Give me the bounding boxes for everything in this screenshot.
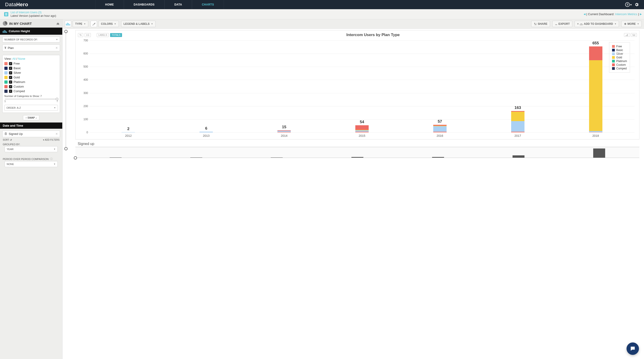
subchart-column[interactable] <box>156 147 237 158</box>
subchart-column[interactable] <box>76 147 156 158</box>
checkbox-checked-icon[interactable]: ✓ <box>9 85 12 88</box>
subchart-column[interactable] <box>317 147 398 158</box>
nav-charts[interactable]: CHARTS <box>192 0 224 9</box>
percent-toggle[interactable]: % <box>78 33 83 37</box>
category-slider[interactable] <box>5 99 58 99</box>
subchart-column[interactable] <box>559 147 640 158</box>
remove-pill-button[interactable]: ✕ <box>56 46 58 50</box>
plan-filter-item[interactable]: ✓Platinum <box>4 80 58 84</box>
bar-segment[interactable] <box>355 132 369 132</box>
nav-home[interactable]: HOME <box>96 0 124 9</box>
swap-button[interactable]: ↑ SWAP ↓ <box>23 115 39 120</box>
plan-filter-item[interactable]: ✓Silver <box>4 71 58 74</box>
export-button[interactable]: EXPORT <box>552 21 572 27</box>
help-button[interactable]: ? ▾ <box>625 1 632 8</box>
plan-pill-label: Plan <box>8 46 14 50</box>
share-button[interactable]: SHARE <box>531 21 550 27</box>
current-dashboard-link[interactable]: Intercom Metrics <box>615 12 637 16</box>
signed-up-pill[interactable]: 🗓 Signed Up ✕ <box>2 130 60 137</box>
bar-column[interactable]: 6552018 <box>557 40 634 132</box>
sort-button[interactable]: SORT: ⇵ <box>3 138 12 141</box>
add-filters-button[interactable]: ▾ ADD FILTERS <box>43 138 60 141</box>
y-tick-label: 400 <box>80 78 88 81</box>
bar-segment[interactable] <box>433 132 446 132</box>
bar-segment[interactable] <box>511 121 524 132</box>
subchart-column[interactable] <box>478 147 559 158</box>
sort-desc-button[interactable] <box>631 33 637 37</box>
chart-plot[interactable]: FreeBasicSilverGoldPlatinumCustomComped … <box>90 40 634 132</box>
plan-filter-item[interactable]: ✓Comped <box>4 90 58 93</box>
bar-segment[interactable] <box>355 125 369 130</box>
subchart-column[interactable] <box>398 147 478 158</box>
prev-dashboard-button[interactable]: ◀ <box>584 13 586 16</box>
order-select[interactable]: ORDER: A-Z ▼ <box>4 105 58 111</box>
plan-filter-item[interactable]: ✓Basic <box>4 66 58 70</box>
bar-column[interactable]: 542015 <box>323 40 401 132</box>
bar-column[interactable]: 22012 <box>90 40 167 132</box>
settings-button[interactable] <box>633 1 640 8</box>
grouped-by-select[interactable]: YEAR ▼ <box>4 146 58 152</box>
help-tip-icon[interactable]: ⓘ <box>50 157 53 161</box>
bar-segment[interactable] <box>433 126 446 132</box>
checkbox-checked-icon[interactable]: ✓ <box>9 67 12 70</box>
plan-filter-item[interactable]: ✓Free <box>4 62 58 65</box>
bar-segment[interactable] <box>589 60 602 131</box>
more-button[interactable]: MORE ▼ <box>621 21 642 27</box>
type-icon-box[interactable] <box>65 21 71 27</box>
slider-thumb[interactable] <box>56 98 58 100</box>
dashboard-switcher: ◀ | Current Dashboard: Intercom Metrics … <box>584 12 642 16</box>
colors-icon-box[interactable] <box>90 21 97 27</box>
bar-segment[interactable] <box>278 132 291 132</box>
checkbox-checked-icon[interactable]: ✓ <box>9 80 12 84</box>
y-range-rail[interactable] <box>66 32 66 149</box>
bar-segment[interactable] <box>200 132 213 132</box>
labels-toggle[interactable]: LABELS <box>97 33 109 37</box>
bar-segment[interactable] <box>589 132 602 132</box>
bar-segment[interactable] <box>122 132 135 132</box>
current-dashboard-label: Current Dashboard: <box>588 12 614 16</box>
nav-dashboards[interactable]: DASHBOARDS <box>124 0 164 9</box>
view-none-link[interactable]: None <box>18 57 25 60</box>
remove-signed-up-button[interactable]: ✕ <box>56 132 58 136</box>
checkbox-checked-icon[interactable]: ✓ <box>9 71 12 74</box>
bar-column[interactable]: 1632017 <box>479 40 557 132</box>
brand-logo[interactable]: DataHero <box>0 2 33 8</box>
next-dashboard-button[interactable]: ▶ <box>640 13 642 16</box>
bar-column[interactable]: 62013 <box>167 40 245 132</box>
checkbox-checked-icon[interactable]: ✓ <box>9 90 12 93</box>
bar-segment[interactable] <box>511 132 524 132</box>
plan-filter-item[interactable]: ✓Gold <box>4 76 58 79</box>
plan-filter-item[interactable]: ✓Custom <box>4 85 58 88</box>
checkbox-checked-icon[interactable]: ✓ <box>9 76 12 79</box>
bar-column[interactable]: 572016 <box>401 40 479 132</box>
collapse-sidebar-button[interactable] <box>56 22 60 25</box>
download-icon <box>555 22 558 25</box>
y-range-top-knob[interactable] <box>64 30 68 33</box>
bar-segment[interactable] <box>511 112 524 121</box>
bar-segment[interactable] <box>589 46 602 60</box>
colors-dropdown[interactable]: COLORS▼ <box>98 21 118 27</box>
plan-attribute-pill[interactable]: T Plan ✕ <box>2 44 60 51</box>
add-to-dashboard-button[interactable]: + ADD TO DASHBOARD ▼ <box>574 21 619 27</box>
dataset-link[interactable]: List of Intercom Users (3) <box>10 11 56 14</box>
bar-column[interactable]: 152014 <box>245 40 323 132</box>
pop-select[interactable]: NONE ▼ <box>4 161 58 162</box>
nav-data[interactable]: DATA <box>164 0 192 9</box>
type-dropdown[interactable]: TYPE▼ <box>73 21 88 27</box>
y-range-bottom-knob[interactable] <box>64 147 68 150</box>
subchart-column[interactable] <box>236 147 317 158</box>
lg-toggle[interactable]: LG <box>84 33 91 37</box>
totals-toggle[interactable]: TOTALS <box>110 33 122 37</box>
subchart[interactable] <box>76 147 640 158</box>
sort-asc-button[interactable] <box>624 33 630 37</box>
checkbox-checked-icon[interactable]: ✓ <box>9 62 12 65</box>
number-of-records-select[interactable]: NUMBER OF RECORDS OF: ▼ <box>2 36 60 42</box>
subchart-knob[interactable] <box>74 156 77 160</box>
chevron-down-icon: ▼ <box>637 23 639 25</box>
view-all-link[interactable]: All <box>12 57 16 60</box>
grouped-by-label: GROUPED BY: <box>0 142 62 146</box>
subchart-bar <box>271 158 283 158</box>
x-tick-label: 2017 <box>479 134 557 138</box>
bar-total-label: 2 <box>90 127 167 131</box>
legend-labels-dropdown[interactable]: LEGEND & LABELS▼ <box>121 21 156 27</box>
